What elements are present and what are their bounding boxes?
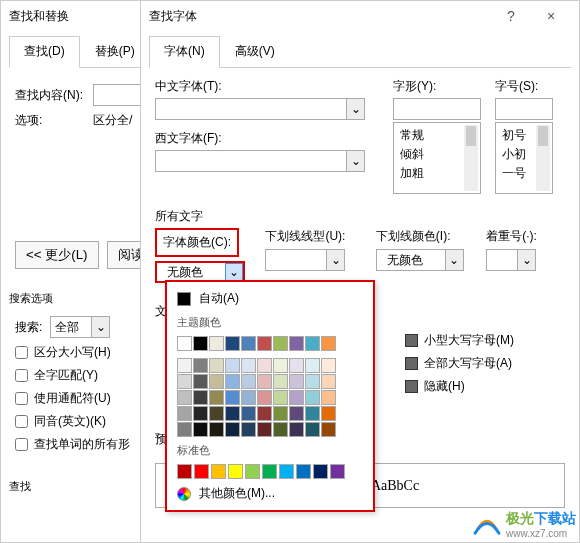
chevron-down-icon[interactable]: ⌄ xyxy=(346,99,364,119)
color-swatch[interactable] xyxy=(193,406,208,421)
color-swatch[interactable] xyxy=(305,358,320,373)
color-swatch[interactable] xyxy=(305,422,320,437)
allforms-checkbox[interactable] xyxy=(15,438,28,451)
emphasis-combo[interactable]: ⌄ xyxy=(486,249,536,271)
color-swatch[interactable] xyxy=(241,374,256,389)
homophone-checkbox[interactable] xyxy=(15,415,28,428)
hidden-checkbox[interactable] xyxy=(405,380,418,393)
cjk-font-combo[interactable]: ⌄ xyxy=(155,98,365,120)
chevron-down-icon[interactable]: ⌄ xyxy=(91,317,109,337)
style-input[interactable] xyxy=(393,98,481,120)
size-input[interactable] xyxy=(495,98,553,120)
help-button[interactable]: ? xyxy=(491,8,531,24)
size-option[interactable]: 初号 xyxy=(500,126,534,145)
color-swatch[interactable] xyxy=(273,374,288,389)
color-swatch[interactable] xyxy=(209,374,224,389)
tab-advanced[interactable]: 高级(V) xyxy=(220,36,290,67)
color-swatch[interactable] xyxy=(241,422,256,437)
underline-style-combo[interactable]: ⌄ xyxy=(265,249,345,271)
color-swatch[interactable] xyxy=(241,390,256,405)
close-button[interactable]: × xyxy=(531,8,571,24)
size-option[interactable]: 一号 xyxy=(500,164,534,183)
color-swatch[interactable] xyxy=(305,374,320,389)
color-swatch[interactable] xyxy=(289,358,304,373)
color-swatch[interactable] xyxy=(305,336,320,351)
color-swatch[interactable] xyxy=(177,374,192,389)
color-swatch[interactable] xyxy=(273,422,288,437)
color-swatch[interactable] xyxy=(257,422,272,437)
latin-font-combo[interactable]: ⌄ xyxy=(155,150,365,172)
color-swatch[interactable] xyxy=(289,374,304,389)
color-swatch[interactable] xyxy=(296,464,311,479)
style-option[interactable]: 常规 xyxy=(398,126,462,145)
color-swatch[interactable] xyxy=(273,390,288,405)
color-swatch[interactable] xyxy=(193,374,208,389)
chevron-down-icon[interactable]: ⌄ xyxy=(225,263,243,281)
color-swatch[interactable] xyxy=(209,422,224,437)
scrollbar[interactable] xyxy=(536,125,550,191)
color-swatch[interactable] xyxy=(257,336,272,351)
less-button[interactable]: << 更少(L) xyxy=(15,241,99,269)
color-swatch[interactable] xyxy=(177,464,192,479)
color-swatch[interactable] xyxy=(241,406,256,421)
color-swatch[interactable] xyxy=(177,406,192,421)
color-swatch[interactable] xyxy=(313,464,328,479)
color-swatch[interactable] xyxy=(257,406,272,421)
wildcard-checkbox[interactable] xyxy=(15,392,28,405)
color-swatch[interactable] xyxy=(194,464,209,479)
color-swatch[interactable] xyxy=(177,422,192,437)
color-swatch[interactable] xyxy=(209,406,224,421)
color-swatch[interactable] xyxy=(245,464,260,479)
style-option[interactable]: 倾斜 xyxy=(398,145,462,164)
color-swatch[interactable] xyxy=(273,358,288,373)
color-swatch[interactable] xyxy=(177,336,192,351)
color-auto-item[interactable]: 自动(A) xyxy=(167,286,373,311)
color-swatch[interactable] xyxy=(193,358,208,373)
color-swatch[interactable] xyxy=(262,464,277,479)
color-swatch[interactable] xyxy=(321,422,336,437)
color-swatch[interactable] xyxy=(225,358,240,373)
color-swatch[interactable] xyxy=(211,464,226,479)
search-direction-combo[interactable]: 全部 ⌄ xyxy=(50,316,110,338)
style-option[interactable]: 加粗 xyxy=(398,164,462,183)
color-swatch[interactable] xyxy=(228,464,243,479)
color-swatch[interactable] xyxy=(305,390,320,405)
color-swatch[interactable] xyxy=(225,406,240,421)
color-swatch[interactable] xyxy=(241,336,256,351)
color-swatch[interactable] xyxy=(209,358,224,373)
more-colors-item[interactable]: 其他颜色(M)... xyxy=(167,481,373,506)
color-swatch[interactable] xyxy=(279,464,294,479)
color-swatch[interactable] xyxy=(225,374,240,389)
color-swatch[interactable] xyxy=(241,358,256,373)
color-swatch[interactable] xyxy=(177,358,192,373)
color-swatch[interactable] xyxy=(273,406,288,421)
color-swatch[interactable] xyxy=(273,336,288,351)
color-swatch[interactable] xyxy=(225,390,240,405)
chevron-down-icon[interactable]: ⌄ xyxy=(517,250,535,270)
color-swatch[interactable] xyxy=(225,422,240,437)
tab-find[interactable]: 查找(D) xyxy=(9,36,80,68)
whole-word-checkbox[interactable] xyxy=(15,369,28,382)
size-option[interactable]: 小初 xyxy=(500,145,534,164)
color-swatch[interactable] xyxy=(305,406,320,421)
match-case-checkbox[interactable] xyxy=(15,346,28,359)
smallcaps-checkbox[interactable] xyxy=(405,334,418,347)
color-swatch[interactable] xyxy=(193,422,208,437)
underline-color-combo[interactable]: 无颜色 ⌄ xyxy=(376,249,464,271)
chevron-down-icon[interactable]: ⌄ xyxy=(346,151,364,171)
style-listbox[interactable]: 常规 倾斜 加粗 xyxy=(393,122,481,194)
color-swatch[interactable] xyxy=(193,336,208,351)
color-swatch[interactable] xyxy=(289,390,304,405)
chevron-down-icon[interactable]: ⌄ xyxy=(326,250,344,270)
size-listbox[interactable]: 初号 小初 一号 xyxy=(495,122,553,194)
color-swatch[interactable] xyxy=(321,336,336,351)
color-swatch[interactable] xyxy=(321,390,336,405)
color-swatch[interactable] xyxy=(225,336,240,351)
color-swatch[interactable] xyxy=(321,374,336,389)
color-swatch[interactable] xyxy=(321,358,336,373)
color-swatch[interactable] xyxy=(289,406,304,421)
color-swatch[interactable] xyxy=(177,390,192,405)
color-swatch[interactable] xyxy=(257,390,272,405)
color-swatch[interactable] xyxy=(257,374,272,389)
allcaps-checkbox[interactable] xyxy=(405,357,418,370)
